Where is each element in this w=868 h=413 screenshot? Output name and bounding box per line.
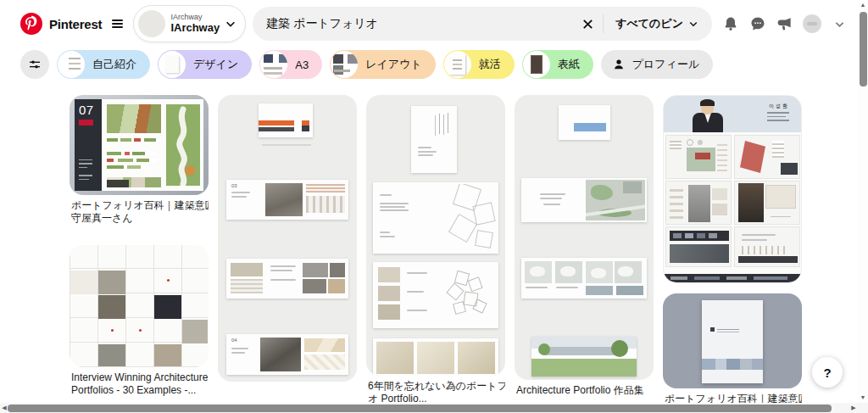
- clear-search-icon[interactable]: [580, 16, 596, 32]
- search-scope-label: すべてのピン: [615, 16, 683, 31]
- pin-image[interactable]: 07: [70, 95, 209, 195]
- pin-image[interactable]: [663, 293, 802, 388]
- ads-megaphone-icon[interactable]: [773, 12, 797, 36]
- filter-chips-row: 自己紹介 デザイン A3 レイアウト 就活 表紙 プロフィール: [20, 49, 851, 80]
- account-switcher[interactable]: IArchway IArchway: [133, 5, 246, 42]
- chevron-down-icon: [225, 18, 236, 30]
- chip-job-hunting[interactable]: 就活: [443, 50, 515, 79]
- chip-thumbnail: [331, 51, 358, 78]
- profile-avatar[interactable]: [800, 12, 824, 36]
- pin-architecture-sakuhinshu: Architecture Portfolio 作品集: [515, 95, 654, 397]
- pin-portfolio-hyakka-2: ポートフォリオ百科｜建築意匠設計: [663, 293, 802, 405]
- pin-caption[interactable]: 6年間を忘れない為のポートフォリ: [366, 380, 505, 393]
- vertical-scrollbar[interactable]: ▲ ▼: [858, 0, 868, 403]
- chip-a3[interactable]: A3: [259, 50, 322, 79]
- pin-image[interactable]: [515, 95, 654, 380]
- chip-thumbnail: [444, 51, 471, 78]
- search-input[interactable]: 建築 ポートフォリオ: [266, 16, 573, 31]
- menu-icon[interactable]: [108, 16, 126, 31]
- page-number: 04: [231, 338, 237, 343]
- help-button[interactable]: ?: [812, 357, 843, 388]
- pin-caption[interactable]: Portfolios - 30 Examples -...: [70, 384, 209, 397]
- grid-column-3: 6年間を忘れない為のポートフォリ オ Portfolio...: [366, 95, 505, 413]
- pin-caption[interactable]: Architecture Portfolio 作品集: [515, 384, 654, 397]
- pin-grid: 07: [70, 95, 802, 413]
- chevron-down-icon: [688, 19, 698, 29]
- account-avatar: [138, 10, 165, 37]
- search-bar[interactable]: 建築 ポートフォリオ すべてのピン: [253, 7, 712, 41]
- pin-caption[interactable]: Interview Winning Architecture: [70, 371, 209, 384]
- nav-icons: [719, 12, 851, 36]
- account-menu-chevron-icon[interactable]: [827, 12, 851, 36]
- scroll-down-arrow-icon[interactable]: ▼: [859, 393, 867, 403]
- grid-column-2: 03: [218, 95, 357, 413]
- grid-column-5: 이성환: [663, 95, 802, 413]
- chip-cover[interactable]: 表紙: [522, 50, 593, 79]
- chip-design[interactable]: デザイン: [158, 50, 252, 79]
- pin1-number: 07: [75, 99, 102, 117]
- search-divider: [603, 14, 604, 33]
- pin-image[interactable]: [70, 245, 209, 367]
- chip-thumbnail: [159, 51, 186, 78]
- vertical-scroll-thumb[interactable]: [860, 12, 867, 87]
- pin-caption[interactable]: 守屋真一さん: [70, 212, 209, 225]
- notifications-bell-icon[interactable]: [719, 12, 743, 36]
- pin-korean-portfolio: 이성환: [663, 95, 802, 283]
- pin-orange-portfolio: 03: [218, 95, 357, 382]
- pin6-name: 이성환: [769, 103, 789, 110]
- chip-self-introduction[interactable]: 自己紹介: [57, 50, 150, 79]
- scroll-up-arrow-icon[interactable]: ▲: [859, 0, 867, 10]
- account-name: IArchway: [170, 22, 220, 35]
- scrollbar-corner: [858, 403, 868, 413]
- person-icon: [613, 59, 625, 70]
- horizontal-scrollbar[interactable]: ◀ ▶: [0, 403, 858, 413]
- messages-chat-icon[interactable]: [746, 12, 770, 36]
- pin-interview-winning: Interview Winning Architecture Portfolio…: [70, 245, 209, 397]
- page-number: 03: [231, 183, 237, 188]
- pin-6years-portfolio: 6年間を忘れない為のポートフォリ オ Portfolio...: [366, 95, 505, 405]
- chip-thumbnail: [58, 51, 85, 78]
- pinterest-app: Pinterest IArchway IArchway 建築 ポートフォリオ す…: [0, 0, 868, 413]
- filter-tune-icon[interactable]: [20, 50, 49, 79]
- horizontal-scroll-thumb[interactable]: [8, 405, 832, 412]
- chip-thumbnail: [523, 51, 550, 78]
- scroll-right-arrow-icon[interactable]: ▶: [849, 403, 858, 413]
- pin-image[interactable]: 03: [218, 95, 357, 382]
- search-scope-dropdown[interactable]: すべてのピン: [610, 16, 704, 31]
- chip-layout[interactable]: レイアウト: [330, 50, 436, 79]
- pin-portfolio-hyakka-1: 07: [70, 95, 209, 225]
- chip-profile[interactable]: プロフィール: [601, 50, 714, 79]
- pin-image[interactable]: 이성환: [663, 95, 802, 283]
- chip-thumbnail: [260, 51, 287, 78]
- grid-column-4: Architecture Portfolio 作品集: [515, 95, 654, 413]
- brand-name: Pinterest: [49, 17, 102, 31]
- pinterest-logo-icon[interactable]: [20, 13, 42, 35]
- pin-image[interactable]: [366, 95, 505, 376]
- top-bar: Pinterest IArchway IArchway 建築 ポートフォリオ す…: [0, 0, 858, 47]
- grid-column-1: 07: [70, 95, 209, 413]
- pin-caption[interactable]: ポートフォリオ百科｜建築意匠設計: [70, 199, 209, 212]
